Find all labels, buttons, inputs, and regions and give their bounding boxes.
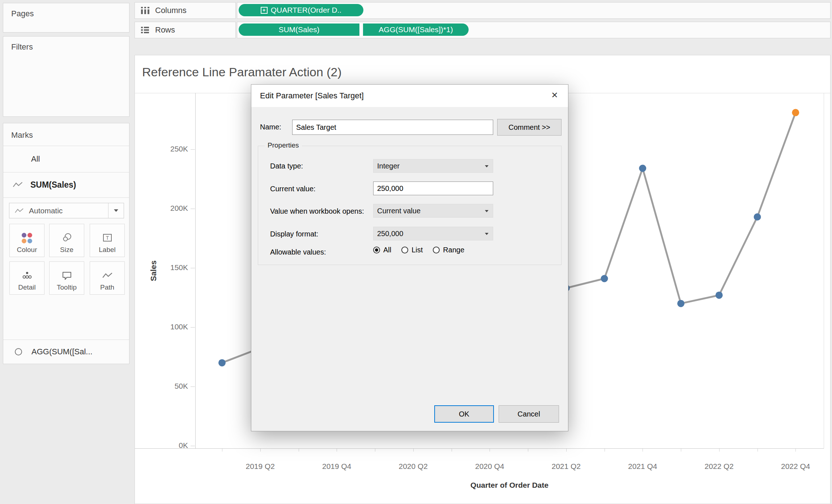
data-point-2022-q2[interactable] xyxy=(716,291,723,299)
current-value-input[interactable] xyxy=(373,181,493,195)
line-segment xyxy=(643,168,681,303)
allowable-values-label: Allowable values: xyxy=(270,248,326,256)
allowable-values-group: All List Range xyxy=(373,246,464,254)
radio-option-range[interactable]: Range xyxy=(433,246,464,254)
line-segment xyxy=(566,279,605,288)
radio-label: List xyxy=(411,246,423,254)
dialog-title: Edit Parameter [Sales Target] xyxy=(260,91,364,101)
value-when-open-dropdown[interactable]: Current value xyxy=(373,204,493,218)
comment-button[interactable]: Comment >> xyxy=(497,119,562,136)
ok-button-label: OK xyxy=(459,410,469,418)
data-point-2022-q3[interactable] xyxy=(754,213,761,221)
radio-option-list[interactable]: List xyxy=(401,246,423,254)
name-input[interactable] xyxy=(292,120,493,135)
display-format-value: 250,000 xyxy=(377,230,403,238)
value-when-open-label: Value when workbook opens: xyxy=(270,207,364,215)
radio-option-all[interactable]: All xyxy=(373,246,391,254)
comment-button-label: Comment >> xyxy=(508,123,550,132)
name-label: Name: xyxy=(260,123,281,131)
close-icon[interactable]: ✕ xyxy=(549,90,560,100)
radio-icon[interactable] xyxy=(401,247,408,253)
data-point-2022-q4[interactable] xyxy=(792,109,799,116)
line-segment xyxy=(758,112,796,217)
data-point-2019-q1[interactable] xyxy=(218,359,226,366)
cancel-button-label: Cancel xyxy=(517,410,540,418)
tableau-window: Pages Filters Marks All SUM(Sales) Autom… xyxy=(0,0,832,504)
radio-icon[interactable] xyxy=(373,247,380,253)
radio-label: All xyxy=(383,246,391,254)
display-format-label: Display format: xyxy=(270,230,318,238)
radio-label: Range xyxy=(443,246,464,254)
line-segment xyxy=(605,168,643,278)
cancel-button[interactable]: Cancel xyxy=(499,405,559,423)
edit-parameter-dialog: Edit Parameter [Sales Target] ✕ Name: Co… xyxy=(251,84,568,431)
line-segment xyxy=(681,295,719,303)
ok-button[interactable]: OK xyxy=(434,405,494,423)
data-point-2022-q1[interactable] xyxy=(677,300,684,307)
properties-legend: Properties xyxy=(265,141,302,149)
data-type-dropdown[interactable]: Integer xyxy=(373,159,493,173)
line-segment xyxy=(222,351,253,363)
radio-icon[interactable] xyxy=(433,247,440,253)
data-type-value: Integer xyxy=(377,162,400,170)
properties-group: Properties Data type: Integer Current va… xyxy=(258,146,562,265)
current-value-label: Current value: xyxy=(270,185,316,193)
data-point-2021-q3[interactable] xyxy=(601,275,608,282)
line-segment xyxy=(719,217,758,295)
data-point-2021-q4[interactable] xyxy=(639,165,646,172)
value-when-open-value: Current value xyxy=(377,207,421,215)
data-type-label: Data type: xyxy=(270,162,303,170)
dialog-titlebar[interactable]: Edit Parameter [Sales Target] ✕ xyxy=(251,85,568,107)
display-format-dropdown[interactable]: 250,000 xyxy=(373,227,493,240)
